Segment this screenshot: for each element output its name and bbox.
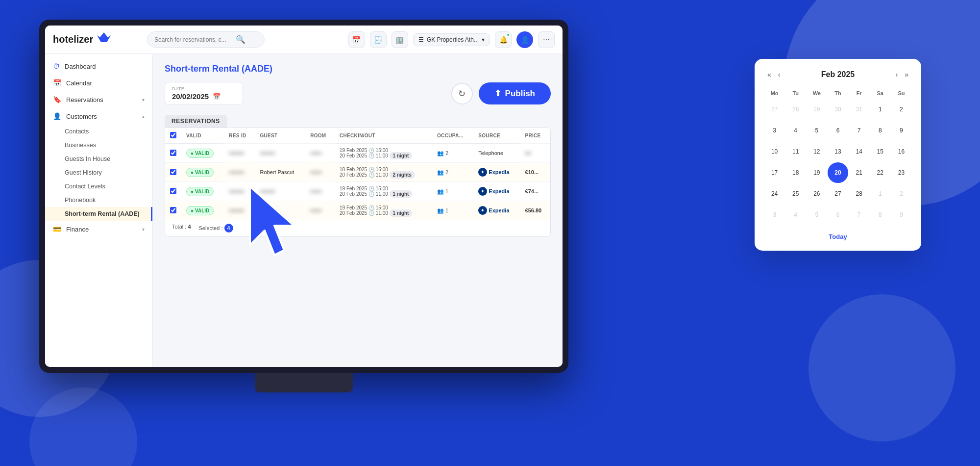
cal-prev-prev-btn[interactable]: « xyxy=(764,69,774,80)
logo-text: hotelizer xyxy=(53,34,93,45)
notification-btn[interactable]: 🔔 xyxy=(495,31,512,48)
cal-day[interactable]: 8 xyxy=(870,120,890,140)
sidebar-sub-phonebook[interactable]: Phonebook xyxy=(45,193,152,207)
cal-day[interactable]: 2 xyxy=(891,99,911,119)
checkout-row: 20 Feb 2025 🕒 11:00 1 night xyxy=(340,210,427,216)
cal-day[interactable]: 7 xyxy=(849,120,869,140)
sidebar-sub-guests-in-house[interactable]: Guests In House xyxy=(45,152,152,166)
sidebar-sub-contacts[interactable]: Contacts xyxy=(45,125,152,138)
sidebar-item-finance[interactable]: 💳 Finance ▾ xyxy=(45,221,152,237)
cal-day[interactable]: 5 xyxy=(807,120,827,140)
cal-day[interactable]: 14 xyxy=(849,141,869,161)
cal-next-btn[interactable]: › xyxy=(893,69,901,80)
cal-day[interactable]: 3 xyxy=(764,205,784,225)
row-occupancy: 👥 1 xyxy=(432,182,473,201)
cal-day[interactable]: 12 xyxy=(807,141,827,161)
app-body: ⏱ Dashboard 📅 Calendar 🔖 Reservations ▾ … xyxy=(45,54,563,367)
cal-today-btn[interactable]: Today xyxy=(829,233,847,240)
cal-day[interactable]: 22 xyxy=(870,162,890,182)
row-checkbox-cell[interactable] xyxy=(165,144,181,163)
cal-day[interactable]: 7 xyxy=(849,205,869,225)
cal-day[interactable]: 21 xyxy=(849,162,869,182)
header-icons: 📅 🧾 🏢 ☰ GK Properties Ath... ▾ 🔔 👤 ⋯ xyxy=(348,31,555,48)
cal-day[interactable]: 5 xyxy=(807,205,827,225)
date-picker-box[interactable]: DATE 20/02/2025 📅 xyxy=(165,82,243,105)
sidebar-sub-businesses[interactable]: Businesses xyxy=(45,138,152,152)
row-occupancy: 👥 2 xyxy=(432,163,473,182)
cal-day[interactable]: 30 xyxy=(828,99,848,119)
row-source: ✦Expedia xyxy=(473,201,520,220)
cal-day[interactable]: 3 xyxy=(764,120,784,140)
avatar-btn[interactable]: 👤 xyxy=(516,31,533,48)
building-icon-btn[interactable]: 🏢 xyxy=(392,31,408,48)
cal-day[interactable]: 16 xyxy=(891,141,911,161)
row-checkbox-cell[interactable] xyxy=(165,163,181,182)
row-checkbox[interactable] xyxy=(170,188,176,194)
cal-day[interactable]: 11 xyxy=(785,141,806,161)
cal-day[interactable]: 28 xyxy=(849,184,869,204)
calendar-icon-btn[interactable]: 📅 xyxy=(348,31,365,48)
cal-day[interactable]: 13 xyxy=(828,141,848,161)
refresh-button[interactable]: ↻ xyxy=(451,83,473,104)
sidebar-sub-contact-levels[interactable]: Contact Levels xyxy=(45,180,152,193)
cal-day[interactable]: 9 xyxy=(891,205,911,225)
row-checkbox-cell[interactable] xyxy=(165,201,181,220)
cal-day[interactable]: 28 xyxy=(785,99,806,119)
checkin-date: 19 Feb 2025 xyxy=(340,148,367,153)
cal-day[interactable]: 1 xyxy=(870,184,890,204)
sidebar-item-calendar[interactable]: 📅 Calendar xyxy=(45,75,152,91)
date-label: DATE xyxy=(172,86,236,91)
cal-day[interactable]: 29 xyxy=(807,99,827,119)
row-checkbox[interactable] xyxy=(170,169,176,175)
cal-today[interactable]: 20 xyxy=(828,162,848,182)
cal-day[interactable]: 18 xyxy=(785,162,806,182)
sidebar-item-dashboard[interactable]: ⏱ Dashboard xyxy=(45,58,152,75)
cal-next-next-btn[interactable]: » xyxy=(902,69,911,80)
cal-day[interactable]: 27 xyxy=(828,184,848,204)
receipt-icon-btn[interactable]: 🧾 xyxy=(370,31,387,48)
cal-day[interactable]: 1 xyxy=(870,99,890,119)
cal-day[interactable]: 9 xyxy=(891,120,911,140)
sidebar-item-reservations[interactable]: 🔖 Reservations ▾ xyxy=(45,91,152,108)
cal-day[interactable]: 27 xyxy=(764,99,784,119)
checkout-date: 20 Feb 2025 xyxy=(340,172,367,178)
row-checkbox[interactable] xyxy=(170,207,176,213)
cal-day[interactable]: 25 xyxy=(785,184,806,204)
cal-day[interactable]: 15 xyxy=(870,141,890,161)
publish-button[interactable]: ⬆ Publish xyxy=(479,82,551,104)
more-btn[interactable]: ⋯ xyxy=(538,31,555,48)
row-guest: Robert Pascut xyxy=(255,163,305,182)
cal-day[interactable]: 4 xyxy=(785,120,806,140)
cal-day[interactable]: 2 xyxy=(891,184,911,204)
cal-day[interactable]: 6 xyxy=(828,120,848,140)
cal-day[interactable]: 6 xyxy=(828,205,848,225)
date-value: 20/02/2025 📅 xyxy=(172,92,236,101)
cal-day[interactable]: 19 xyxy=(807,162,827,182)
customers-icon: 👤 xyxy=(53,112,61,120)
property-selector[interactable]: ☰ GK Properties Ath... ▾ xyxy=(413,33,490,46)
cal-day[interactable]: 24 xyxy=(764,184,784,204)
sidebar-item-customers[interactable]: 👤 Customers ▴ xyxy=(45,108,152,125)
cal-day[interactable]: 10 xyxy=(764,141,784,161)
reservations-section-label: RESERVATIONS xyxy=(165,115,227,128)
sidebar-sub-short-term-rental[interactable]: Short-term Rental (AADE) xyxy=(45,207,152,221)
checkout-row: 20 Feb 2025 🕒 11:00 1 night xyxy=(340,191,427,197)
nights-badge: 2 nights xyxy=(390,171,415,179)
select-all-checkbox[interactable] xyxy=(170,132,176,138)
cal-day[interactable]: 31 xyxy=(849,99,869,119)
checkin-row: 19 Feb 2025 🕒 15:00 xyxy=(340,205,427,210)
cal-day[interactable]: 26 xyxy=(807,184,827,204)
cal-day[interactable]: 4 xyxy=(785,205,806,225)
cal-day[interactable]: 8 xyxy=(870,205,890,225)
cal-day[interactable]: 23 xyxy=(891,162,911,182)
row-checkbox[interactable] xyxy=(170,150,176,156)
row-checkbox-cell[interactable] xyxy=(165,182,181,201)
search-icon: 🔍 xyxy=(236,35,245,44)
cal-day[interactable]: 17 xyxy=(764,162,784,182)
search-input[interactable] xyxy=(154,36,233,43)
cal-prev-btn[interactable]: ‹ xyxy=(775,69,784,80)
search-bar[interactable]: 🔍 xyxy=(147,31,265,48)
cal-month-year: Feb 2025 xyxy=(821,70,855,79)
valid-dot: ● xyxy=(191,208,194,213)
sidebar-sub-guest-history[interactable]: Guest History xyxy=(45,166,152,180)
